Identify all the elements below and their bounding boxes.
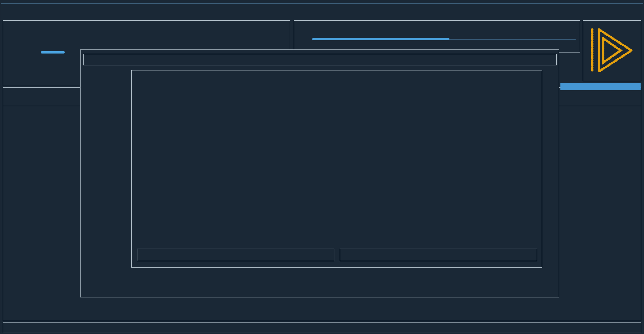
downloads-panel	[294, 20, 580, 53]
logo-panel	[583, 20, 641, 81]
footer-keybar	[3, 322, 641, 333]
app-root	[0, 0, 644, 334]
download-progress-bar	[312, 38, 449, 40]
disk-usage-bar	[41, 51, 65, 54]
add-button[interactable]	[137, 249, 334, 261]
cancel-button[interactable]	[340, 249, 537, 261]
selected-result-row-fragment	[560, 83, 641, 90]
add-movie-modal	[131, 70, 542, 268]
managarr-logo-icon	[587, 27, 638, 74]
add-movie-form	[132, 70, 542, 267]
